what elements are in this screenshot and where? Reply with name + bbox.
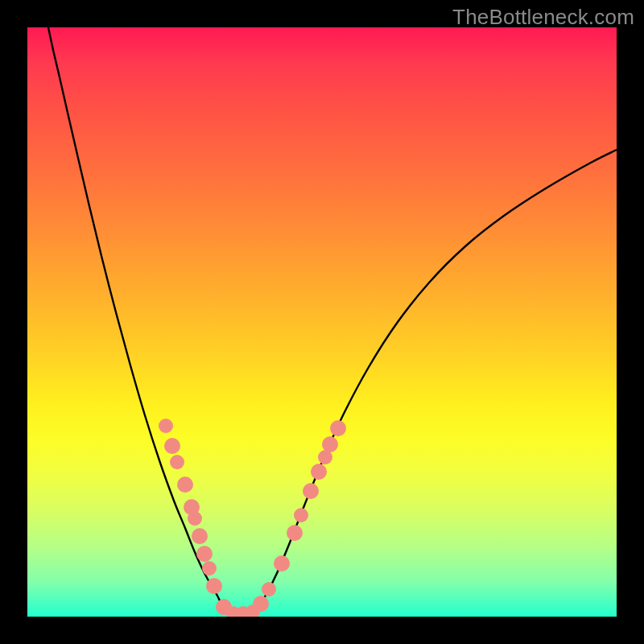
marker-group	[159, 419, 346, 617]
chart-svg	[27, 27, 617, 617]
data-marker	[311, 464, 327, 480]
data-marker	[192, 528, 208, 544]
data-marker	[202, 561, 217, 576]
data-marker	[330, 420, 346, 436]
data-marker	[164, 438, 180, 454]
data-marker	[262, 582, 276, 597]
data-marker	[188, 511, 202, 526]
data-marker	[303, 483, 319, 499]
data-marker	[274, 555, 290, 572]
chart-frame: TheBottleneck.com	[0, 0, 644, 644]
data-marker	[206, 578, 222, 594]
plot-area	[27, 27, 617, 617]
data-marker	[294, 508, 308, 522]
data-marker	[322, 436, 338, 452]
data-marker	[253, 596, 269, 612]
watermark-text: TheBottleneck.com	[452, 5, 634, 30]
data-marker	[196, 546, 213, 562]
data-marker	[287, 525, 303, 541]
data-marker	[170, 455, 184, 469]
data-marker	[159, 419, 173, 433]
bottleneck-curve	[48, 27, 617, 614]
data-marker	[177, 477, 193, 493]
